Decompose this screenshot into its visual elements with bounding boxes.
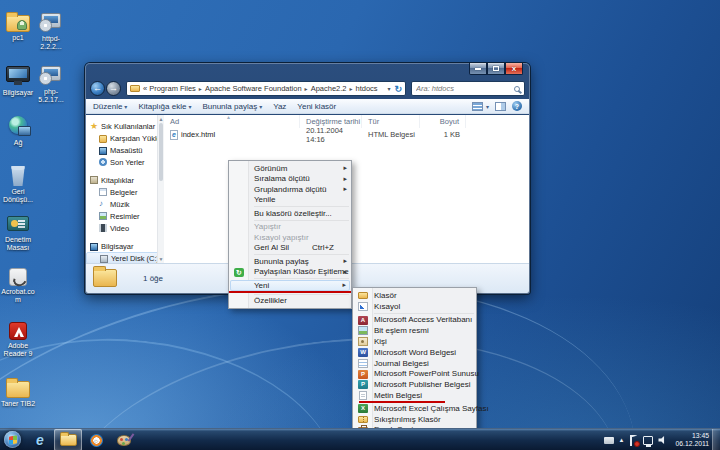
start-button[interactable] [4,431,21,448]
sidebar-item-pictures[interactable]: Resimler [86,210,164,222]
desktop-icon-adobe-reader[interactable]: Adobe Reader 9 [0,322,36,358]
toolbar-yaz-button[interactable]: Yaz [273,102,286,111]
menu-item-label: Kısayol [374,302,400,311]
breadcrumb-segment[interactable]: Program Files [149,84,196,93]
search-icon[interactable] [514,86,520,92]
adobe-reader-icon [9,322,27,340]
maximize-button[interactable] [487,63,505,75]
menu-item-label: Bu klasörü özelleştir... [254,209,332,218]
sidebar-scrollbar[interactable]: ▲ ▼ [157,115,164,263]
powerpoint-icon [358,370,368,379]
back-button[interactable]: ← [90,81,105,96]
taskbar-explorer-button[interactable] [54,429,82,450]
action-center-flag-icon[interactable] [629,435,638,446]
clock[interactable]: 13:45 06.12.2011 [675,432,709,448]
taskbar-paint-button[interactable] [110,429,138,450]
acrobat-icon [9,268,27,286]
file-row[interactable]: e index.html 20.11.2004 14:16 HTML Belge… [164,128,529,141]
change-view-icon[interactable] [472,102,483,111]
column-header-size[interactable]: Boyut [420,115,466,128]
sidebar-section-computer[interactable]: Bilgisayar [86,240,164,252]
breadcrumb-segment[interactable]: htdocs [356,84,378,93]
toolbar-kitapliga-ekle-button[interactable]: Kitaplığa ekle [138,102,191,111]
chevron-down-icon[interactable]: ▾ [387,85,390,92]
chevron-down-icon[interactable]: ▾ [486,103,489,110]
preview-pane-icon[interactable] [495,102,506,111]
breadcrumb-segment[interactable]: Apache Software Foundation [205,84,302,93]
sidebar-item-local-disk-c[interactable]: Yerel Disk (C:) [86,252,164,263]
sidebar-item-music[interactable]: ♪ Müzik [86,198,164,210]
windows-flag-icon [9,435,17,444]
context-menu-item-geri-al-sil[interactable]: Geri Al Sil Ctrl+Z [229,243,351,254]
sidebar-item-recent-places[interactable]: Son Yerler [86,156,164,168]
help-icon[interactable]: ? [512,101,522,111]
media-player-icon [90,434,103,447]
sidebar-item-downloads[interactable]: Karşıdan Yüklem [86,132,164,144]
column-header-modified[interactable]: Değiştirme tarihi [300,115,362,128]
sidebar-section-libraries[interactable]: Kitaplıklar [86,174,164,186]
desktop-icon-label: Adobe Reader 9 [0,342,36,358]
context-menu-item-gorunum[interactable]: Görünüm [229,163,351,174]
desktop-icon-ag[interactable]: Ağ [0,116,36,147]
submenu-item-access[interactable]: Microsoft Access Veritabanı [353,315,476,326]
desktop-icon-label: Geri Dönüşü... [0,188,36,204]
address-bar[interactable]: « Program Files ▸ Apache Software Founda… [126,81,406,96]
context-menu-item-yeni[interactable]: Yeni [230,280,350,291]
search-box[interactable] [411,81,525,96]
file-name-cell[interactable]: e index.html [164,130,300,140]
volume-icon[interactable] [658,436,667,445]
context-menu-item-gruplandirma-olcutu[interactable]: Gruplandırma ölçütü [229,184,351,195]
sidebar-item-label: Resimler [110,212,140,221]
breadcrumb-segment[interactable]: Apache2.2 [311,84,347,93]
submenu-item-kisayol[interactable]: Kısayol [353,301,476,312]
sidebar-section-favorites[interactable]: ★ Sık Kullanılanlar [86,120,164,132]
sidebar-item-documents[interactable]: Belgeler [86,186,164,198]
scrollbar-thumb[interactable] [159,123,163,181]
desktop-icon-taner[interactable]: Taner TIB2 [0,376,36,408]
desktop-icon-httpd[interactable]: httpd-2.2.2... [33,9,69,51]
search-input[interactable] [416,84,508,93]
context-menu-item-bu-klasoru-ozellestir[interactable]: Bu klasörü özelleştir... [229,208,351,219]
submenu-item-bit-eslem[interactable]: Bit eşlem resmi [353,325,476,336]
taskbar-ie-button[interactable]: e [26,429,54,450]
refresh-icon[interactable]: ↻ [394,84,402,94]
network-status-icon[interactable] [643,436,653,445]
forward-button[interactable]: → [106,81,121,96]
desktop-icon-php[interactable]: php-5.2.17... [33,62,69,104]
desktop-icon-acrobat-com[interactable]: Acrobat.com [0,268,36,304]
tray-device-icon[interactable] [604,437,614,444]
context-menu-item-ozellikler[interactable]: Özellikler [229,296,351,307]
column-header-name[interactable]: Ad ▲ [164,115,300,128]
toolbar-yeni-klasor-button[interactable]: Yeni klasör [297,102,336,111]
desktop-icon-pc1[interactable]: pc1 [0,9,36,42]
submenu-item-klasor[interactable]: Klasör [353,290,476,301]
submenu-item-kisi[interactable]: Kişi [353,336,476,347]
tray-expand-icon[interactable]: ▲ [619,437,625,443]
submenu-item-word[interactable]: Microsoft Word Belgesi [353,347,476,358]
context-menu-item-bununla-paylas[interactable]: Bununla paylaş [229,256,351,267]
desktop-icon-denetim-masasi[interactable]: Denetim Masası [0,216,36,252]
submenu-item-powerpoint[interactable]: Microsoft PowerPoint Sunusu [353,369,476,380]
window-titlebar[interactable] [85,63,530,79]
sidebar-item-desktop[interactable]: Masaüstü [86,144,164,156]
submenu-item-journal[interactable]: Journal Belgesi [353,358,476,369]
context-menu-item-yenile[interactable]: Yenile [229,195,351,206]
menu-item-label: Journal Belgesi [374,359,429,368]
column-header-type[interactable]: Tür [362,115,420,128]
context-menu-item-kisayol-yapistir: Kısayol yapıştır [229,232,351,243]
sidebar-item-video[interactable]: Video [86,222,164,234]
submenu-item-metin-belgesi[interactable]: Metin Belgesi [353,390,476,401]
show-desktop-button[interactable] [712,429,720,450]
desktop-icon-bilgisayar[interactable]: Bilgisayar [0,62,36,97]
toolbar-bununla-paylas-button[interactable]: Bununla paylaş [202,102,262,111]
close-button[interactable]: x [505,63,523,75]
submenu-item-excel[interactable]: Microsoft Excel Çalışma Sayfası [353,403,476,414]
submenu-item-publisher[interactable]: Microsoft Publisher Belgesi [353,379,476,390]
desktop-icon-geri-donusum[interactable]: Geri Dönüşü... [0,166,36,204]
context-menu-item-siralama-olcutu[interactable]: Sıralama ölçütü [229,174,351,185]
submenu-item-sikistirilmis-klasor[interactable]: Sıkıştırılmış Klasör [353,414,476,425]
toolbar-duzenle-button[interactable]: Düzenle [93,102,127,111]
context-menu-item-paylasilan-klasor-esitleme[interactable]: Paylaşılan Klasör Eşitleme [229,267,351,278]
taskbar-media-player-button[interactable] [82,429,110,450]
minimize-button[interactable] [469,63,487,75]
